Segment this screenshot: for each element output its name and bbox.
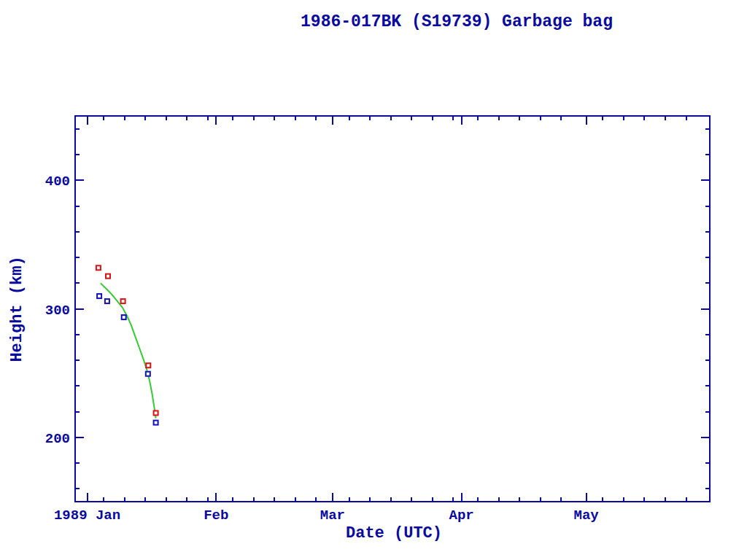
x-tick-label: Apr: [449, 508, 474, 524]
decay-chart-page: 1986-017BK (S19739) Garbage bag Height (…: [0, 0, 747, 560]
x-tick-label: Mar: [320, 508, 345, 524]
x-tick-label: Feb: [204, 508, 228, 524]
apogee-height-marker: [121, 299, 125, 303]
x-tick-label: 1989 Jan: [54, 508, 120, 524]
orbit-decay-plot: 1989 JanFebMarAprMay200300400: [0, 0, 747, 560]
apogee-height-marker: [106, 274, 110, 279]
x-axis-title: Date (UTC): [346, 524, 442, 542]
y-tick-label: 400: [45, 174, 70, 190]
y-tick-label: 300: [45, 303, 70, 319]
y-tick-label: 200: [45, 431, 70, 447]
perigee-height-marker: [97, 294, 101, 298]
perigee-height-marker: [122, 315, 126, 319]
apogee-height-marker: [96, 265, 101, 270]
perigee-height-series: [97, 294, 158, 424]
perigee-height-marker: [105, 299, 109, 303]
plot-frame: [75, 116, 710, 502]
x-tick-label: May: [574, 508, 600, 524]
perigee-height-marker: [154, 421, 158, 425]
axis-tick-labels: 1989 JanFebMarAprMay200300400: [45, 174, 600, 524]
apogee-height-marker: [146, 363, 150, 368]
axis-ticks: [76, 117, 709, 501]
apogee-height-marker: [154, 411, 158, 415]
perigee-height-marker: [146, 372, 150, 376]
